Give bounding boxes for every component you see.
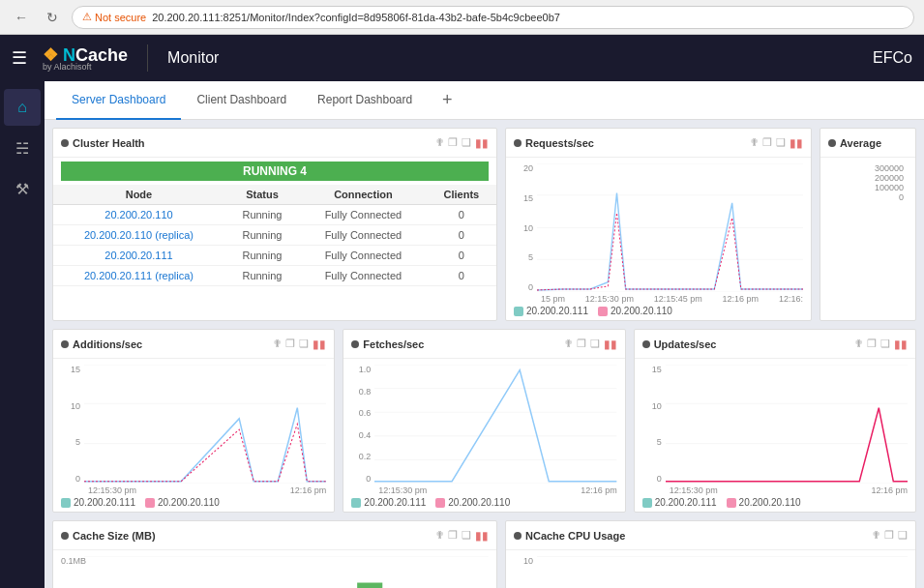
fetches-legend-2: 20.200.20.110: [435, 497, 510, 508]
ncache-cpu-title: NCache CPU Usage: [525, 530, 868, 542]
expand-icon[interactable]: ❐: [867, 338, 877, 350]
additions-svg: [84, 365, 326, 484]
fetches-legend-1: 20.200.20.111: [351, 497, 426, 508]
reload-button[interactable]: ↻: [41, 6, 64, 29]
legend-dot-1: [514, 307, 523, 316]
pin-icon[interactable]: ✟: [435, 136, 444, 149]
status-cell: Running: [224, 205, 300, 225]
col-node: Node: [53, 185, 224, 205]
requests-svg-container: [537, 163, 803, 292]
requests-title: Requests/sec: [525, 137, 746, 149]
tab-server-dashboard[interactable]: Server Dashboard: [56, 81, 181, 120]
table-row: 20.200.20.111 Running Fully Connected 0: [53, 246, 496, 266]
maximize-icon[interactable]: ❑: [462, 529, 471, 542]
cache-size-widget: Cache Size (MB) ✟ ❐ ❑ ▮▮ 0.1MB: [52, 520, 497, 588]
brand-name: EFCo: [873, 49, 912, 67]
fetches-header: Fetches/sec ✟ ❐ ❑ ▮▮: [343, 330, 624, 359]
cluster-table: Node Status Connection Clients 20.200.20…: [53, 185, 496, 286]
requests-legend: 20.200.20.111 20.200.20.110: [514, 304, 803, 318]
additions-chart-widget: Additions/sec ✟ ❐ ❑ ▮▮: [52, 329, 335, 513]
clients-cell: 0: [427, 266, 496, 286]
updates-svg: [666, 365, 908, 484]
expand-icon[interactable]: ❐: [884, 529, 894, 542]
clients-cell: 0: [427, 205, 496, 225]
connection-cell: Fully Connected: [300, 225, 427, 246]
average-chart-area: 300000 200000 100000 0: [820, 158, 915, 320]
connection-cell: Fully Connected: [300, 246, 427, 266]
maximize-icon[interactable]: ❑: [898, 529, 908, 542]
sidenav-item-home[interactable]: ⌂: [4, 89, 41, 126]
additions-icons: ✟ ❐ ❑: [273, 338, 309, 350]
address-bar: ⚠ Not secure 20.200.20.111:8251/Monitor/…: [72, 6, 914, 29]
node-cell: 20.200.20.111: [53, 246, 224, 266]
pin-icon[interactable]: ✟: [435, 529, 444, 542]
sidenav: ⌂ ☵ ⚒: [0, 81, 45, 588]
sidenav-item-monitor[interactable]: ☵: [4, 130, 41, 166]
dashboard: Cluster Health ✟ ❐ ❑ ▮▮ RUNNING 4: [45, 120, 924, 588]
back-button[interactable]: ←: [10, 6, 33, 29]
cluster-health-title: Cluster Health: [73, 137, 432, 149]
maximize-icon[interactable]: ❑: [299, 338, 309, 350]
maximize-icon[interactable]: ❑: [590, 338, 600, 350]
cache-size-header: Cache Size (MB) ✟ ❐ ❑ ▮▮: [53, 521, 496, 550]
expand-icon[interactable]: ❐: [762, 136, 772, 149]
cpu-svg: [537, 556, 908, 588]
tab-client-dashboard[interactable]: Client Dashboard: [181, 81, 302, 120]
main-content: Server Dashboard Client Dashboard Report…: [45, 81, 924, 588]
col-clients: Clients: [427, 185, 496, 205]
expand-icon[interactable]: ❐: [285, 338, 295, 350]
sidenav-item-tools[interactable]: ⚒: [4, 170, 41, 207]
clients-cell: 0: [427, 225, 496, 246]
status-cell: Running: [224, 266, 300, 286]
cache-size-title: Cache Size (MB): [73, 530, 432, 542]
updates-legend-2: 20.200.20.110: [727, 497, 801, 508]
updates-chart-widget: Updates/sec ✟ ❐ ❑ ▮▮: [634, 329, 916, 513]
maximize-icon[interactable]: ❑: [880, 338, 890, 350]
maximize-icon[interactable]: ❑: [462, 136, 471, 149]
add-tab-button[interactable]: +: [435, 89, 459, 112]
requests-x-axis: 15 pm 12:15:30 pm 12:15:45 pm 12:16 pm 1…: [541, 292, 803, 304]
requests-chart-axes: 20 15 10 5 0: [514, 163, 803, 304]
pin-icon[interactable]: ✟: [564, 338, 573, 350]
expand-icon[interactable]: ❐: [448, 136, 458, 149]
pause-icon[interactable]: ▮▮: [604, 338, 617, 351]
pause-icon[interactable]: ▮▮: [475, 529, 489, 543]
pin-icon[interactable]: ✟: [273, 338, 282, 350]
updates-title: Updates/sec: [654, 338, 850, 350]
expand-icon[interactable]: ❐: [448, 529, 458, 542]
pin-icon[interactable]: ✟: [854, 338, 863, 350]
pause-icon[interactable]: ▮▮: [894, 338, 908, 351]
cluster-health-header: Cluster Health ✟ ❐ ❑ ▮▮: [53, 129, 496, 158]
cluster-health-icons: ✟ ❐ ❑: [435, 136, 471, 149]
pin-icon[interactable]: ✟: [750, 136, 759, 149]
fetches-chart-widget: Fetches/sec ✟ ❐ ❑ ▮▮: [343, 329, 625, 513]
pin-icon[interactable]: ✟: [872, 529, 880, 542]
col-connection: Connection: [300, 185, 427, 205]
url-text: 20.200.20.111:8251/Monitor/Index?configI…: [152, 12, 560, 23]
status-cell: Running: [224, 225, 300, 246]
requests-header: Requests/sec ✟ ❐ ❑ ▮▮: [506, 129, 811, 158]
tab-report-dashboard[interactable]: Report Dashboard: [302, 81, 428, 120]
expand-icon[interactable]: ❐: [577, 338, 586, 350]
fetches-title: Fetches/sec: [363, 338, 559, 350]
additions-legend-2: 20.200.20.110: [145, 497, 220, 508]
svg-rect-26: [357, 583, 382, 589]
cluster-health-dot: [61, 139, 69, 147]
additions-title: Additions/sec: [73, 338, 269, 350]
hamburger-icon[interactable]: ☰: [12, 47, 27, 69]
second-widget-row: Additions/sec ✟ ❐ ❑ ▮▮: [52, 329, 916, 513]
pause-icon[interactable]: ▮▮: [790, 136, 803, 150]
pause-icon[interactable]: ▮▮: [313, 338, 326, 351]
connection-cell: Fully Connected: [300, 266, 427, 286]
pause-icon[interactable]: ▮▮: [475, 136, 489, 150]
first-widget-row: Cluster Health ✟ ❐ ❑ ▮▮ RUNNING 4: [52, 128, 916, 321]
average-header: Average: [820, 129, 915, 158]
topbar: ☰ ❖ NCache by Alachisoft Monitor EFCo: [0, 35, 924, 81]
requests-y-axis: 20 15 10 5 0: [514, 163, 537, 292]
table-row: 20.200.20.110 Running Fully Connected 0: [53, 205, 496, 225]
table-row: 20.200.20.111 (replica) Running Fully Co…: [53, 266, 496, 286]
maximize-icon[interactable]: ❑: [776, 136, 786, 149]
running-bar: RUNNING 4: [61, 162, 489, 181]
divider: [147, 44, 148, 72]
ncache-cpu-widget: NCache CPU Usage ✟ ❐ ❑ 10: [505, 520, 916, 588]
